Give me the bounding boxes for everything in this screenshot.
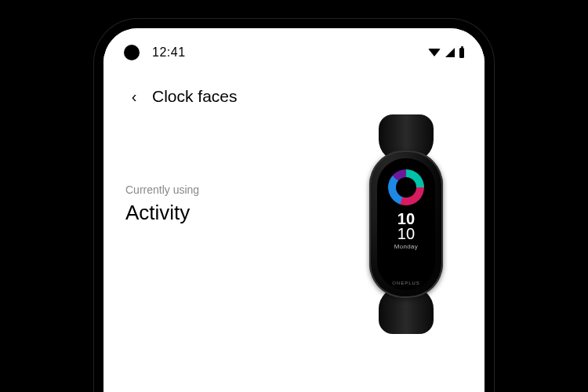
current-face-name: Activity — [125, 201, 199, 225]
status-icons — [428, 48, 464, 58]
band-body: 10 10 Monday ONEPLUS — [369, 151, 443, 298]
device-preview: 10 10 Monday ONEPLUS — [359, 114, 453, 334]
battery-icon — [459, 48, 464, 58]
activity-ring-icon — [388, 169, 424, 205]
front-camera-cutout — [124, 45, 140, 60]
wifi-icon — [428, 49, 441, 56]
band-time: 10 10 Monday — [394, 212, 418, 250]
page-title: Clock faces — [152, 87, 238, 106]
band-display: 10 10 Monday ONEPLUS — [377, 158, 435, 290]
page-header: ‹ Clock faces — [103, 77, 485, 116]
band-strap-top — [379, 114, 434, 162]
band-minutes: 10 — [394, 227, 418, 241]
back-button[interactable]: ‹ — [122, 85, 146, 108]
current-face-block: Currently using Activity — [125, 183, 199, 225]
status-time: 12:41 — [152, 45, 186, 60]
band-hours: 10 — [394, 212, 418, 227]
status-bar: 12:41 — [103, 42, 485, 63]
band-brand: ONEPLUS — [377, 281, 435, 285]
currently-using-label: Currently using — [125, 183, 199, 196]
hero-section: Currently using Activity 10 10 Monday — [103, 122, 485, 334]
phone-frame: 12:41 ‹ Clock faces Currently using — [103, 28, 485, 392]
chevron-left-icon: ‹ — [132, 88, 137, 106]
stage: 12:41 ‹ Clock faces Currently using — [0, 0, 588, 392]
band-day: Monday — [394, 244, 418, 250]
cellular-icon — [445, 48, 455, 57]
band-strap-bottom — [379, 287, 434, 334]
screen: 12:41 ‹ Clock faces Currently using — [103, 28, 485, 392]
